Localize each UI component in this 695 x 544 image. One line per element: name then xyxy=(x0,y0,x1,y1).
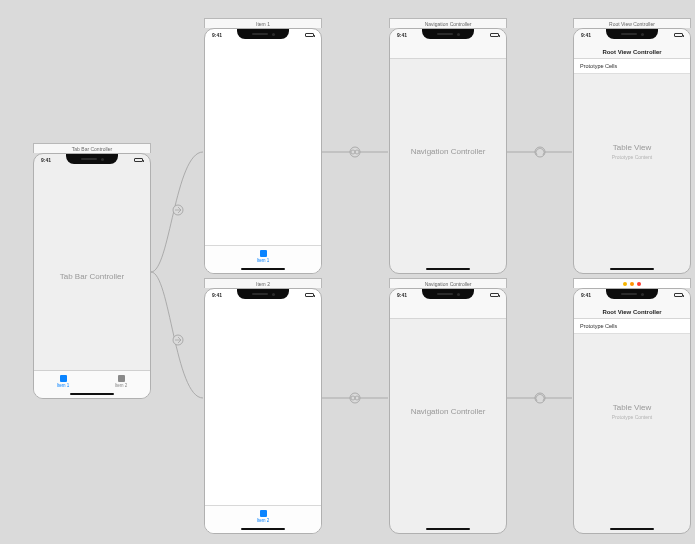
battery-icon xyxy=(490,33,499,37)
status-time: 9:41 xyxy=(212,292,222,298)
tab-label: Item 2 xyxy=(115,383,128,388)
svg-point-0 xyxy=(173,205,183,215)
tab-label: Item 1 xyxy=(57,383,70,388)
home-indicator xyxy=(241,268,285,271)
nav-title: Root View Controller xyxy=(602,49,661,55)
status-time: 9:41 xyxy=(212,32,222,38)
home-indicator xyxy=(70,393,114,396)
vc-icon xyxy=(623,282,627,286)
table-view-placeholder: Table View Prototype Content xyxy=(574,143,690,160)
nav-title: Root View Controller xyxy=(602,309,661,315)
notch xyxy=(606,289,658,299)
svg-point-5 xyxy=(350,393,360,403)
phone-frame[interactable]: Root View Controller 9:41 Prototype Cell… xyxy=(573,288,691,534)
scene-root-view-controller-2[interactable]: Root View Controller 9:41 Prototype Cell… xyxy=(573,278,691,534)
notch xyxy=(422,29,474,39)
table-view-placeholder: Table View Prototype Content xyxy=(574,403,690,420)
prototype-cells-label: Prototype Cells xyxy=(580,63,617,69)
scene-title[interactable]: Navigation Controller xyxy=(389,278,507,288)
home-indicator xyxy=(426,528,470,531)
phone-frame[interactable]: 9:41 Navigation Controller xyxy=(389,28,507,274)
scene-title[interactable]: Tab Bar Controller xyxy=(33,143,151,153)
phone-frame[interactable]: 9:41 Navigation Controller xyxy=(389,288,507,534)
placeholder-subtitle: Prototype Content xyxy=(574,414,690,420)
placeholder-title: Table View xyxy=(613,403,652,412)
home-indicator xyxy=(610,528,654,531)
svg-point-6 xyxy=(351,396,355,400)
phone-frame[interactable]: 9:41 Tab Bar Controller Item 1 Item 2 xyxy=(33,153,151,399)
scene-item-1[interactable]: Item 1 9:41 Item 1 xyxy=(204,18,322,274)
phone-frame[interactable]: 9:41 Item 1 xyxy=(204,28,322,274)
svg-point-7 xyxy=(355,396,359,400)
scene-navigation-controller-1[interactable]: Navigation Controller 9:41 Navigation Co… xyxy=(389,18,507,274)
home-indicator xyxy=(610,268,654,271)
scene-item-2[interactable]: Item 2 9:41 Item 2 xyxy=(204,278,322,534)
scene-tab-bar-controller[interactable]: Tab Bar Controller 9:41 Tab Bar Controll… xyxy=(33,143,151,399)
scene-root-view-controller-1[interactable]: Root View Controller Root View Controlle… xyxy=(573,18,691,274)
prototype-cells-row[interactable]: Prototype Cells xyxy=(574,319,690,334)
home-indicator xyxy=(241,528,285,531)
battery-icon xyxy=(305,33,314,37)
controller-placeholder-label: Navigation Controller xyxy=(390,147,506,156)
notch xyxy=(422,289,474,299)
square-icon xyxy=(260,510,267,517)
battery-icon xyxy=(674,33,683,37)
scene-title[interactable]: Root View Controller xyxy=(573,18,691,28)
notch xyxy=(237,289,289,299)
home-indicator xyxy=(426,268,470,271)
svg-point-9 xyxy=(535,393,545,403)
square-icon xyxy=(60,375,67,382)
scene-navigation-controller-2[interactable]: Navigation Controller 9:41 Navigation Co… xyxy=(389,278,507,534)
status-time: 9:41 xyxy=(397,292,407,298)
svg-point-4 xyxy=(355,150,359,154)
battery-icon xyxy=(674,293,683,297)
scene-title[interactable]: Item 2 xyxy=(204,278,322,288)
notch xyxy=(66,154,118,164)
phone-frame[interactable]: 9:41 Item 2 xyxy=(204,288,322,534)
controller-placeholder-label: Tab Bar Controller xyxy=(34,272,150,281)
status-time: 9:41 xyxy=(397,32,407,38)
prototype-cells-label: Prototype Cells xyxy=(580,323,617,329)
status-time: 9:41 xyxy=(41,157,51,163)
scene-title-icons xyxy=(623,280,641,289)
placeholder-title: Table View xyxy=(613,143,652,152)
notch xyxy=(606,29,658,39)
scene-title[interactable] xyxy=(573,278,691,288)
battery-icon xyxy=(305,293,314,297)
svg-point-1 xyxy=(173,335,183,345)
tab-label: Item 1 xyxy=(257,258,270,263)
status-time: 9:41 xyxy=(581,292,591,298)
placeholder-subtitle: Prototype Content xyxy=(574,154,690,160)
svg-point-3 xyxy=(351,150,355,154)
square-icon xyxy=(260,250,267,257)
svg-point-8 xyxy=(535,147,545,157)
svg-point-2 xyxy=(350,147,360,157)
battery-icon xyxy=(134,158,143,162)
first-responder-icon xyxy=(630,282,634,286)
phone-frame[interactable]: Root View Controller 9:41 Prototype Cell… xyxy=(573,28,691,274)
prototype-cells-row[interactable]: Prototype Cells xyxy=(574,59,690,74)
status-time: 9:41 xyxy=(581,32,591,38)
battery-icon xyxy=(490,293,499,297)
exit-icon xyxy=(637,282,641,286)
scene-title[interactable]: Navigation Controller xyxy=(389,18,507,28)
scene-title[interactable]: Item 1 xyxy=(204,18,322,28)
controller-placeholder-label: Navigation Controller xyxy=(390,407,506,416)
square-icon xyxy=(118,375,125,382)
tab-label: Item 2 xyxy=(257,518,270,523)
notch xyxy=(237,29,289,39)
